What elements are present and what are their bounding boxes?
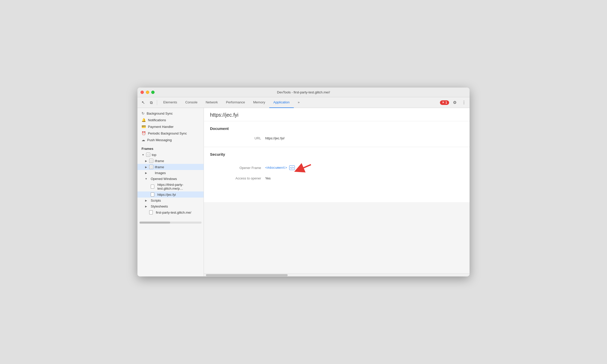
tree-item-first-party[interactable]: first-party-test.glitch.me/ <box>137 209 204 215</box>
minimize-button[interactable] <box>146 91 149 94</box>
code-icon[interactable]: </> <box>289 165 295 170</box>
window-title: DevTools - first-party-test.glitch.me// <box>277 90 330 94</box>
tree-item-top[interactable]: ▼ ▢ top <box>137 152 204 158</box>
tree-item-images[interactable]: ▶ Images <box>137 170 204 176</box>
opener-frame-row: Opener Frame <#document> </> <box>210 161 463 175</box>
main-layout: ↻ Background Sync 🔔 Notifications 💳 Paym… <box>137 108 470 276</box>
sidebar-item-label: Notifications <box>148 118 166 122</box>
sidebar-item-notifications[interactable]: 🔔 Notifications <box>137 117 204 123</box>
sidebar-item-payment-handler[interactable]: 💳 Payment Handler <box>137 123 204 130</box>
toolbar-divider <box>157 100 157 105</box>
tab-performance[interactable]: Performance <box>222 97 249 108</box>
sidebar: ↻ Background Sync 🔔 Notifications 💳 Paym… <box>137 108 204 276</box>
main-wrapper: https://jec.fyi Document URL https://jec… <box>204 108 470 276</box>
tree-item-label: https://jec.fyi <box>157 193 176 197</box>
main-content: https://jec.fyi Document URL https://jec… <box>204 108 470 202</box>
tree-item-label: Stylesheets <box>151 204 168 208</box>
tree-item-ow2[interactable]: https://jec.fyi <box>137 191 204 198</box>
devtools-window: DevTools - first-party-test.glitch.me// … <box>137 88 470 276</box>
doc-icon <box>151 185 154 189</box>
close-button[interactable] <box>141 91 144 94</box>
tab-console[interactable]: Console <box>181 97 202 108</box>
red-arrow-annotation <box>297 162 312 173</box>
maximize-button[interactable] <box>151 91 155 94</box>
tab-more[interactable]: » <box>294 97 304 108</box>
error-x-icon: ✕ <box>442 101 444 104</box>
expand-down-icon: ▼ <box>142 153 145 156</box>
sidebar-item-label: Push Messaging <box>147 138 172 142</box>
main-content-area: https://jec.fyi Document URL https://jec… <box>204 108 470 273</box>
access-opener-label: Access to opener <box>210 176 261 180</box>
sidebar-scrollbar[interactable] <box>139 222 170 224</box>
tab-elements[interactable]: Elements <box>159 97 181 108</box>
device-toolbar-button[interactable]: ⧉ <box>148 99 155 106</box>
doc-icon <box>151 192 154 197</box>
tree-item-label: Scripts <box>151 199 161 202</box>
frame-box-icon: ▢ <box>149 159 153 163</box>
url-label: URL <box>210 136 261 140</box>
tree-item-scripts[interactable]: ▶ Scripts <box>137 198 204 203</box>
device-icon: ⧉ <box>150 100 153 105</box>
tree-item-stylesheets[interactable]: ▶ Stylesheets <box>137 203 204 209</box>
opener-frame-label: Opener Frame <box>210 166 261 170</box>
horizontal-scrollbar[interactable] <box>206 274 288 276</box>
expand-right-icon: ▶ <box>145 165 148 168</box>
more-options-icon: ⋮ <box>462 100 466 105</box>
tree-item-iframe2[interactable]: ▶ ▢ iframe <box>137 164 204 170</box>
frame-box-icon: ▢ <box>146 153 150 157</box>
sidebar-item-periodic-background-sync[interactable]: ⏰ Periodic Background Sync <box>137 130 204 137</box>
more-options-button[interactable]: ⋮ <box>460 99 468 106</box>
frames-label: Frames <box>137 145 204 152</box>
credit-card-icon: 💳 <box>142 125 146 129</box>
sidebar-item-label: Periodic Background Sync <box>148 131 187 135</box>
sidebar-scrollbar-area <box>139 222 202 224</box>
background-sync-icon: ↻ <box>142 111 145 115</box>
tab-memory[interactable]: Memory <box>249 97 269 108</box>
toolbar-right: ✕ 1 ⚙ ⋮ <box>440 99 468 106</box>
doc-icon <box>149 210 153 214</box>
expand-right-icon: ▶ <box>145 199 148 202</box>
security-section: Security Opener Frame <#document> </> <box>204 147 470 202</box>
document-section-title: Document <box>210 126 463 131</box>
tree-item-label: top <box>152 153 156 157</box>
error-badge[interactable]: ✕ 1 <box>440 100 449 105</box>
sidebar-item-background-sync[interactable]: ↻ Background Sync <box>137 110 204 117</box>
tab-network[interactable]: Network <box>202 97 222 108</box>
opener-frame-value-container: <#document> </> <box>265 162 312 173</box>
access-opener-value: Yes <box>265 176 271 180</box>
document-section: Document URL https://jec.fyi/ <box>204 121 470 147</box>
security-section-title: Security <box>210 152 463 156</box>
content-url: https://jec.fyi <box>204 108 470 121</box>
cloud-icon: ☁ <box>142 138 145 142</box>
error-count: 1 <box>445 101 447 104</box>
expand-right-icon: ▶ <box>145 205 148 208</box>
access-opener-row: Access to opener Yes <box>210 175 463 182</box>
settings-icon: ⚙ <box>453 100 457 105</box>
sidebar-item-label: Background Sync <box>147 112 173 115</box>
sidebar-item-push-messaging[interactable]: ☁ Push Messaging <box>137 137 204 143</box>
frame-box-icon: ▢ <box>149 165 153 169</box>
clock-icon: ⏰ <box>142 131 146 135</box>
bell-icon: 🔔 <box>142 118 146 122</box>
toolbar-tabs: Elements Console Network Performance Mem… <box>159 97 439 108</box>
expand-down-icon: ▼ <box>145 177 148 180</box>
settings-button[interactable]: ⚙ <box>451 99 458 106</box>
tree-item-label: Opened Windows <box>151 177 177 181</box>
tree-item-ow1[interactable]: https://third-party-test.glitch.me/p… <box>137 182 204 191</box>
tree-item-label: https://third-party-test.glitch.me/p… <box>157 183 198 190</box>
tab-application[interactable]: Application <box>269 97 294 108</box>
tree-item-label: iframe <box>155 159 164 163</box>
frames-section: Frames ▼ ▢ top ▶ ▢ iframe ▶ ▢ ifram <box>137 145 204 215</box>
titlebar: DevTools - first-party-test.glitch.me// <box>137 88 470 97</box>
svg-line-1 <box>299 165 311 170</box>
tree-item-iframe1[interactable]: ▶ ▢ iframe <box>137 158 204 164</box>
cursor-tool-button[interactable]: ↖ <box>139 99 147 106</box>
traffic-lights <box>141 91 155 94</box>
tree-item-opened-windows[interactable]: ▼ Opened Windows <box>137 176 204 182</box>
opener-frame-link[interactable]: <#document> <box>265 166 287 170</box>
toolbar: ↖ ⧉ Elements Console Network Performance… <box>137 97 470 108</box>
url-value: https://jec.fyi/ <box>265 136 285 140</box>
bottom-scrollbar-area <box>204 273 470 276</box>
tree-item-label: Images <box>155 171 166 175</box>
tree-item-label: first-party-test.glitch.me/ <box>156 211 191 214</box>
